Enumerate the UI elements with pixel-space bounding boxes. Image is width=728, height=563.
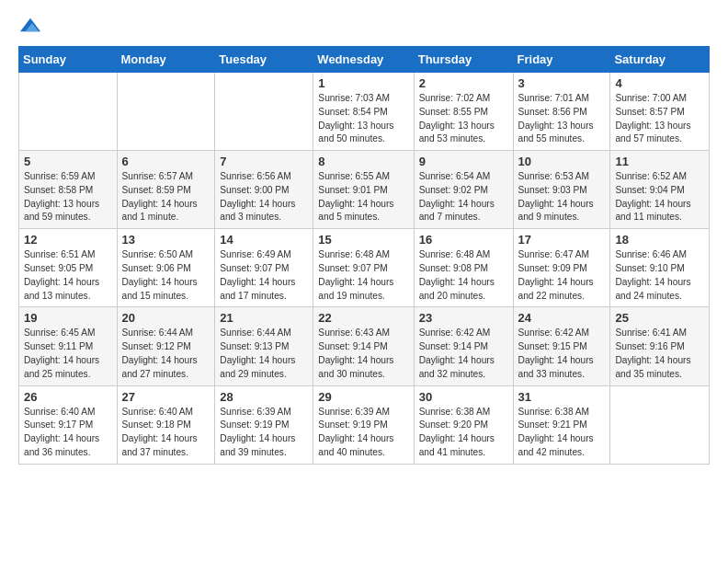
day-number: 28 [220,390,308,404]
weekday-header-saturday: Saturday [610,47,710,73]
calendar-cell: 3Sunrise: 7:01 AMSunset: 8:56 PMDaylight… [513,73,610,151]
day-info: Sunrise: 6:55 AMSunset: 9:01 PMDaylight:… [318,170,408,224]
calendar-cell: 18Sunrise: 6:46 AMSunset: 9:10 PMDayligh… [610,229,710,307]
day-info: Sunrise: 6:46 AMSunset: 9:10 PMDaylight:… [615,248,704,303]
calendar-cell: 29Sunrise: 6:39 AMSunset: 9:19 PMDayligh… [313,385,414,464]
calendar-cell: 10Sunrise: 6:53 AMSunset: 9:03 PMDayligh… [513,151,610,229]
day-number: 17 [518,233,606,247]
day-number: 21 [220,311,308,325]
calendar-cell: 9Sunrise: 6:54 AMSunset: 9:02 PMDaylight… [414,151,513,229]
day-number: 25 [615,311,704,325]
day-info: Sunrise: 6:53 AMSunset: 9:03 PMDaylight:… [518,170,606,224]
day-info: Sunrise: 7:01 AMSunset: 8:56 PMDaylight:… [518,92,606,146]
day-info: Sunrise: 6:54 AMSunset: 9:02 PMDaylight:… [419,170,508,224]
day-info: Sunrise: 6:40 AMSunset: 9:18 PMDaylight:… [122,406,210,460]
day-info: Sunrise: 6:39 AMSunset: 9:19 PMDaylight:… [220,406,308,460]
day-number: 30 [419,390,508,404]
day-info: Sunrise: 6:57 AMSunset: 8:59 PMDaylight:… [122,170,210,224]
logo [18,15,40,35]
calendar-cell: 2Sunrise: 7:02 AMSunset: 8:55 PMDaylight… [414,73,513,151]
calendar-cell: 22Sunrise: 6:43 AMSunset: 9:14 PMDayligh… [313,307,414,385]
calendar-cell: 4Sunrise: 7:00 AMSunset: 8:57 PMDaylight… [610,73,710,151]
calendar-cell: 6Sunrise: 6:57 AMSunset: 8:59 PMDaylight… [117,151,215,229]
day-number: 20 [122,311,210,325]
day-number: 26 [24,390,112,404]
calendar-cell: 31Sunrise: 6:38 AMSunset: 9:21 PMDayligh… [513,385,610,464]
logo-icon [20,15,40,35]
calendar-cell [19,73,118,151]
day-number: 16 [419,233,508,247]
day-info: Sunrise: 6:45 AMSunset: 9:11 PMDaylight:… [24,327,112,381]
weekday-header-friday: Friday [513,47,610,73]
calendar-cell [610,385,710,464]
calendar-cell: 11Sunrise: 6:52 AMSunset: 9:04 PMDayligh… [610,151,710,229]
calendar-cell: 13Sunrise: 6:50 AMSunset: 9:06 PMDayligh… [117,229,215,307]
day-number: 12 [24,233,112,247]
weekday-header-thursday: Thursday [414,47,513,73]
calendar-cell [117,73,215,151]
day-info: Sunrise: 6:39 AMSunset: 9:19 PMDaylight:… [318,406,408,460]
day-number: 19 [24,311,112,325]
day-info: Sunrise: 6:43 AMSunset: 9:14 PMDaylight:… [318,327,408,381]
day-number: 1 [318,76,408,90]
calendar-week-row: 1Sunrise: 7:03 AMSunset: 8:54 PMDaylight… [19,73,710,151]
page: SundayMondayTuesdayWednesdayThursdayFrid… [0,0,728,479]
calendar-cell: 23Sunrise: 6:42 AMSunset: 9:14 PMDayligh… [414,307,513,385]
day-info: Sunrise: 6:50 AMSunset: 9:06 PMDaylight:… [122,248,210,303]
day-number: 29 [318,390,408,404]
day-number: 7 [220,155,308,168]
day-number: 10 [518,155,606,168]
header [18,15,710,35]
day-number: 2 [419,76,508,90]
calendar-cell: 19Sunrise: 6:45 AMSunset: 9:11 PMDayligh… [19,307,118,385]
day-info: Sunrise: 6:40 AMSunset: 9:17 PMDaylight:… [24,406,112,460]
day-info: Sunrise: 6:52 AMSunset: 9:04 PMDaylight:… [615,170,704,224]
day-info: Sunrise: 6:49 AMSunset: 9:07 PMDaylight:… [220,248,308,303]
weekday-header-sunday: Sunday [19,47,118,73]
calendar-cell: 25Sunrise: 6:41 AMSunset: 9:16 PMDayligh… [610,307,710,385]
day-info: Sunrise: 6:56 AMSunset: 9:00 PMDaylight:… [220,170,308,224]
day-info: Sunrise: 6:42 AMSunset: 9:14 PMDaylight:… [419,327,508,381]
calendar-cell: 16Sunrise: 6:48 AMSunset: 9:08 PMDayligh… [414,229,513,307]
day-number: 31 [518,390,606,404]
day-info: Sunrise: 6:48 AMSunset: 9:07 PMDaylight:… [318,248,408,303]
calendar-week-row: 26Sunrise: 6:40 AMSunset: 9:17 PMDayligh… [19,385,710,464]
calendar-cell: 20Sunrise: 6:44 AMSunset: 9:12 PMDayligh… [117,307,215,385]
calendar-cell: 5Sunrise: 6:59 AMSunset: 8:58 PMDaylight… [19,151,118,229]
day-number: 23 [419,311,508,325]
weekday-header-tuesday: Tuesday [215,47,313,73]
calendar-week-row: 5Sunrise: 6:59 AMSunset: 8:58 PMDaylight… [19,151,710,229]
calendar-cell: 27Sunrise: 6:40 AMSunset: 9:18 PMDayligh… [117,385,215,464]
day-number: 15 [318,233,408,247]
day-info: Sunrise: 6:38 AMSunset: 9:20 PMDaylight:… [419,406,508,460]
calendar-cell: 30Sunrise: 6:38 AMSunset: 9:20 PMDayligh… [414,385,513,464]
day-info: Sunrise: 6:48 AMSunset: 9:08 PMDaylight:… [419,248,508,303]
day-info: Sunrise: 6:44 AMSunset: 9:12 PMDaylight:… [122,327,210,381]
day-number: 24 [518,311,606,325]
day-number: 9 [419,155,508,168]
day-info: Sunrise: 7:02 AMSunset: 8:55 PMDaylight:… [419,92,508,146]
calendar-cell: 26Sunrise: 6:40 AMSunset: 9:17 PMDayligh… [19,385,118,464]
calendar-cell: 17Sunrise: 6:47 AMSunset: 9:09 PMDayligh… [513,229,610,307]
day-number: 13 [122,233,210,247]
calendar-cell: 15Sunrise: 6:48 AMSunset: 9:07 PMDayligh… [313,229,414,307]
day-number: 18 [615,233,704,247]
weekday-header-wednesday: Wednesday [313,47,414,73]
calendar-cell: 21Sunrise: 6:44 AMSunset: 9:13 PMDayligh… [215,307,313,385]
day-number: 22 [318,311,408,325]
calendar-week-row: 12Sunrise: 6:51 AMSunset: 9:05 PMDayligh… [19,229,710,307]
calendar-cell: 7Sunrise: 6:56 AMSunset: 9:00 PMDaylight… [215,151,313,229]
calendar-week-row: 19Sunrise: 6:45 AMSunset: 9:11 PMDayligh… [19,307,710,385]
day-info: Sunrise: 7:03 AMSunset: 8:54 PMDaylight:… [318,92,408,146]
day-info: Sunrise: 6:51 AMSunset: 9:05 PMDaylight:… [24,248,112,303]
calendar-cell: 24Sunrise: 6:42 AMSunset: 9:15 PMDayligh… [513,307,610,385]
calendar-cell: 28Sunrise: 6:39 AMSunset: 9:19 PMDayligh… [215,385,313,464]
day-info: Sunrise: 6:38 AMSunset: 9:21 PMDaylight:… [518,406,606,460]
day-number: 3 [518,76,606,90]
day-info: Sunrise: 6:59 AMSunset: 8:58 PMDaylight:… [24,170,112,224]
day-number: 5 [24,155,112,168]
calendar-table: SundayMondayTuesdayWednesdayThursdayFrid… [18,46,710,465]
weekday-header-monday: Monday [117,47,215,73]
day-number: 6 [122,155,210,168]
calendar-cell: 8Sunrise: 6:55 AMSunset: 9:01 PMDaylight… [313,151,414,229]
